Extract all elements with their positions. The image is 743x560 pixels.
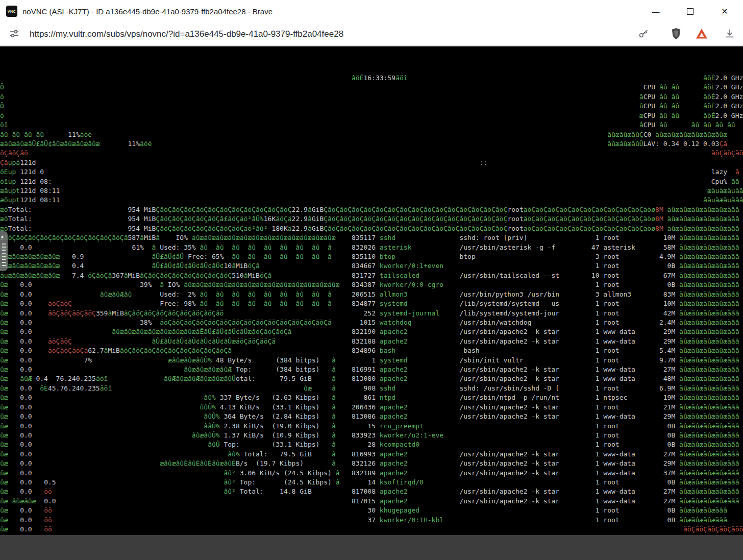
- terminal-text: âöÇâöÇâöÇâöÇâöÇâöÇâöÇâöÇâöÇâ: [120, 346, 232, 355]
- terminal-text: apache2: [380, 337, 408, 346]
- terminal-text: öö: [44, 525, 52, 534]
- terminal-text: www-data: [603, 365, 635, 374]
- brave-rewards-button[interactable]: [696, 29, 708, 41]
- terminal-text: âûæâûæâûæâûÆ: [184, 365, 232, 374]
- terminal-text: 0.0: [20, 280, 32, 289]
- terminal-text: âû%: [228, 450, 239, 459]
- terminal-text: ÛÆæâûæâûæâûæâûæ: [0, 261, 60, 271]
- downloads-button[interactable]: [724, 29, 736, 41]
- terminal-text: äûæäûæäûæäûæäââ: [679, 290, 739, 299]
- terminal-text: Top:: [240, 478, 256, 487]
- terminal-text: äûæäûæäûæäûæäââ: [679, 497, 739, 506]
- terminal-text: root: [507, 205, 523, 214]
- password-manager-button[interactable]: [637, 29, 650, 41]
- terminal-text: sshd: /usr/sbin/sshd -D [: [459, 384, 559, 393]
- terminal-text: Top:: [236, 365, 252, 374]
- address-input[interactable]: https://my.vultr.com/subs/vps/novnc/?id=…: [30, 22, 343, 46]
- terminal-text: â: [332, 440, 336, 449]
- terminal-text: 7.4: [72, 271, 84, 280]
- terminal-text: 1: [372, 356, 376, 365]
- terminal-text: ûæ: [0, 431, 8, 440]
- terminal-text: 27M: [663, 497, 675, 506]
- terminal-text: 0B: [667, 280, 676, 289]
- terminal-text: âû âû âû âû âû âû âû âû â: [200, 243, 332, 252]
- terminal-text: Free:: [160, 299, 180, 308]
- terminal-text: â: [332, 450, 336, 459]
- terminal-text: âûæâûÛ%: [192, 431, 220, 440]
- terminal-text: 0.0: [20, 243, 32, 252]
- terminal-text: 45.76.240.235: [48, 384, 100, 393]
- terminal-text: IO%: [176, 233, 188, 242]
- terminal-text: 121d 08:11: [20, 196, 60, 205]
- terminal-text: âû²: [224, 478, 235, 487]
- terminal-text: öÇâöÇâ: [88, 271, 112, 280]
- terminal-text: âûæâûæâûÛ: [607, 139, 643, 149]
- terminal-text: kworker/0:1+even: [380, 261, 443, 271]
- terminal-text: 2.0 GHz: [715, 92, 743, 102]
- terminal-text: 28: [367, 440, 376, 449]
- terminal-text: root: [603, 233, 619, 242]
- novnc-control-bar-handle[interactable]: ▸: [0, 231, 8, 271]
- terminal-text: /usr/sbin/ntpd -p /run/nt: [459, 393, 559, 402]
- terminal-text: â: [152, 243, 156, 252]
- terminal-text: 1: [596, 337, 600, 346]
- terminal-text: 954 MiB: [128, 224, 156, 233]
- terminal-text: (19.0 Kibps): [271, 422, 319, 431]
- terminal-text: 0/123: [12, 534, 32, 535]
- terminal-text: â: [639, 120, 643, 130]
- terminal-text: æöupt: [0, 196, 20, 205]
- terminal-text: root: [603, 261, 619, 271]
- close-button[interactable]: ✕: [712, 0, 737, 22]
- terminal-text: 359: [96, 309, 108, 318]
- minimize-button[interactable]: —: [643, 0, 668, 22]
- terminal-text: Used:: [160, 243, 180, 252]
- terminal-text: â: [332, 459, 336, 468]
- terminal-text: âû%: [204, 393, 215, 402]
- terminal-text: ûûÛ%: [200, 403, 216, 412]
- terminal-text: 861: [364, 393, 376, 402]
- terminal-text: äöî: [395, 74, 407, 83]
- terminal-text: apache2: [380, 374, 408, 383]
- terminal-text: â: [332, 374, 336, 383]
- terminal-text: 1: [596, 450, 600, 459]
- terminal-text: 364 Byte/s: [224, 412, 263, 421]
- terminal-text: ÇâöÇâöÇâöÇâöÇâöÇâöÇâöÇâöÇâöÇâöÇâöÇâöÇâöÇ…: [324, 205, 507, 214]
- terminal-text: äûæäûæäûæäûæäââ: [679, 318, 739, 327]
- terminal-text: www-data: [603, 459, 635, 468]
- brave-shields-button[interactable]: [670, 29, 682, 41]
- terminal-text: â: [232, 261, 236, 271]
- terminal-text: watchdog: [380, 318, 412, 327]
- terminal-text: 83M: [663, 290, 675, 299]
- terminal-text: apache2: [380, 450, 408, 459]
- terminal-text: âû âû: [659, 102, 679, 111]
- terminal-text: /usr/sbin/apache2 -k star: [459, 469, 559, 478]
- terminal-text: â: [336, 478, 340, 487]
- terminal-text: www-data: [603, 374, 635, 383]
- terminal-text: root: [603, 403, 619, 412]
- terminal-text: 180K: [271, 224, 287, 233]
- vnc-screen[interactable]: âöÉ16:33:59äöîâöÈ2.0 GHzÖCPUâû âûâöÈ2.0 …: [0, 47, 743, 535]
- terminal-text: â: [308, 205, 312, 214]
- terminal-text: 1015: [360, 318, 376, 327]
- terminal-text: äûæäûæäûæäûæäââ: [679, 280, 739, 289]
- terminal-text: 1: [596, 374, 600, 383]
- chevron-right-icon: ▸: [2, 234, 4, 239]
- terminal-text: Total:: [8, 214, 32, 224]
- terminal-text: 0.5: [44, 478, 56, 487]
- terminal-text: 11%: [128, 139, 140, 149]
- terminal-text: 1: [596, 506, 600, 515]
- terminal-text: 0.0: [44, 497, 56, 506]
- terminal-text: 29M: [663, 459, 675, 468]
- novnc-viewport: âöÉ16:33:59äöîâöÈ2.0 GHzÖCPUâû âûâöÈ2.0 …: [0, 46, 743, 560]
- maximize-button[interactable]: [677, 0, 703, 22]
- terminal-text: æ: [639, 111, 643, 120]
- terminal-text: 832126: [352, 459, 376, 468]
- terminal-text: 1: [596, 422, 600, 431]
- terminal-text: 0.0: [20, 431, 32, 440]
- terminal-text: äuæâûæâûæâûæâûæ: [0, 271, 60, 280]
- terminal-text: â: [332, 422, 336, 431]
- terminal-text: 832188: [352, 337, 376, 346]
- terminal-text: /usr/sbin/apache2 -k star: [459, 459, 559, 468]
- terminal-text: æäuäæäuäâ: [707, 186, 743, 196]
- site-settings-button[interactable]: [8, 29, 20, 41]
